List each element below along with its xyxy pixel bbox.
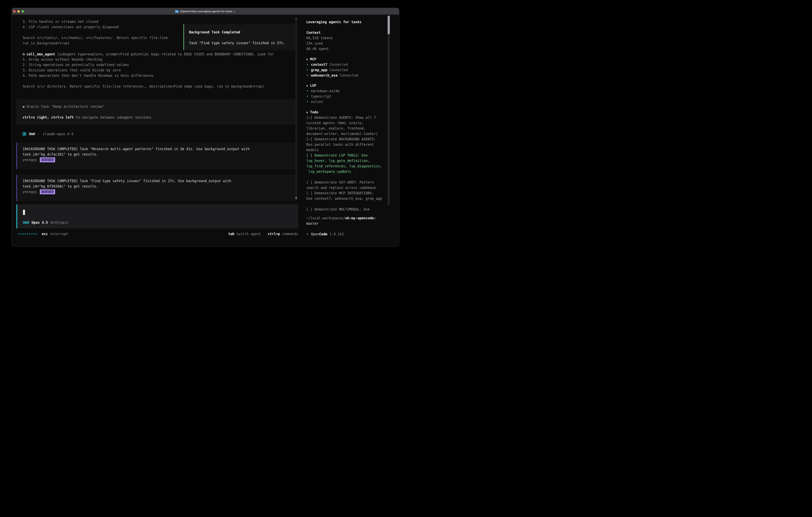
- sidebar-mcp-section: ▼MCP •context7Connected •grep_appConnect…: [306, 57, 358, 78]
- sidebar-context-section: Context 66,518 tokens 33% used $0.46 spe…: [306, 30, 333, 52]
- background-task-toast: Background Task Completed Task "Find typ…: [183, 24, 296, 50]
- bullet-icon: •: [306, 100, 308, 104]
- hint-shortcut-keys: ctrl+x right, ctrl+x left: [23, 115, 74, 119]
- todo-item-done-line: [✓] Demonstrate BACKGROUND AGENTS:: [306, 137, 382, 142]
- mcp-item-name: context7: [311, 62, 327, 66]
- log-line: Search src/ directory. Return specific f…: [23, 84, 274, 89]
- separator-dot: ·: [38, 132, 40, 136]
- tab-action-label: switch agent: [236, 232, 261, 236]
- app-name-open: Open: [311, 232, 319, 236]
- todo-item-active-line: lsp_hover, lsp_goto_definition,: [306, 158, 382, 164]
- context-used: 33% used: [306, 41, 333, 46]
- todo-item-pending-line: [ ] Demonstrate AST-GREP: Pattern: [306, 180, 382, 185]
- tab-key-label: tab: [228, 232, 234, 236]
- opencode-terminal-window: [OpenCode] Leveraging agents for tasks ◐…: [11, 8, 399, 246]
- ctrlp-action-label: commands: [282, 232, 298, 236]
- todo-item-pending-line: [ ] Demonstrate MULTIMODAL: Use: [306, 207, 382, 212]
- todo-item-done-line: curated agents (OmO, oracle,: [306, 120, 382, 126]
- todo-item-done-line: document-writer, multimodal-looker): [306, 131, 382, 137]
- omo-agent-icon: [23, 132, 26, 136]
- bullet-icon: •: [306, 62, 308, 66]
- bullet-icon: •: [306, 94, 308, 98]
- toast-body: Task "Find type safety issues" finished …: [189, 40, 296, 46]
- context-tokens: 66,518 tokens: [306, 35, 333, 41]
- chevron-down-icon: ▼: [306, 58, 308, 61]
- window-title: [OpenCode] Leveraging agents for tasks ◐: [175, 10, 235, 13]
- status-badge: QUEUED: [40, 189, 55, 194]
- task-user: yeongyu: [23, 158, 37, 162]
- main-scrollbar[interactable]: [295, 18, 297, 199]
- mcp-section-header[interactable]: ▼MCP: [306, 57, 358, 62]
- mcp-item: •context7Connected: [306, 62, 358, 67]
- background-task-message: [BACKGROUND TASK COMPLETED] Task "Find t…: [17, 174, 295, 201]
- interrupt-hint: esc interrupt: [42, 232, 68, 236]
- lsp-item-name: typescript: [311, 94, 331, 98]
- bullet-icon: •: [306, 232, 308, 236]
- todo-item-done-line: [✓] Demonstrate AGENTS: Show all 7: [306, 115, 382, 120]
- lsp-section-header[interactable]: ▼LSP: [306, 83, 340, 88]
- background-task-message: [BACKGROUND TASK COMPLETED] Task "Resear…: [17, 142, 295, 169]
- tool-call-args: [subagent_type=explore, prompt=Find pote…: [57, 52, 274, 56]
- app-version-row: •OpenCode1.0.163: [306, 232, 344, 237]
- tool-call-name: call_omo_agent: [26, 52, 55, 56]
- sidebar-session-title-section: Leveraging agents for tasks: [306, 19, 361, 25]
- lsp-item-name: markdown-oxide: [311, 89, 340, 93]
- tool-call-line: ⚙call_omo_agent[subagent_type=explore, p…: [23, 51, 274, 57]
- record-indicator-icon: ◐: [234, 10, 236, 13]
- zoom-button[interactable]: [22, 10, 24, 12]
- hint-text: to navigate between subagent sessions: [74, 115, 151, 119]
- log-line: 2. String operations on potentially unde…: [23, 62, 274, 67]
- context-header: Context: [306, 30, 333, 35]
- input-provider-name: Anthropic: [50, 220, 69, 224]
- lsp-item: •eslint: [306, 99, 340, 105]
- mcp-item: •websearch_exaConnected: [306, 73, 358, 78]
- log-line: 4. Path operations that don't handle Win…: [23, 73, 274, 78]
- main-scrollbar-thumb[interactable]: [295, 196, 297, 199]
- sidebar-scrollbar-thumb[interactable]: [387, 16, 390, 34]
- toast-title: Background Task Completed: [189, 30, 296, 35]
- traffic-lights: [13, 8, 24, 15]
- ctrlp-key-label: ctrl+p: [268, 232, 280, 236]
- shortcut-hints: tab switch agent ctrl+p commands: [228, 232, 298, 236]
- todo-item-done-line: Run parallel tasks with different: [306, 142, 382, 147]
- todo-item-pending-line: Use context7, websearch_exa, grep_app: [306, 196, 382, 201]
- lsp-item: •typescript: [306, 94, 340, 99]
- todo-item-active-line: lsp_workspace_symbols: [306, 169, 382, 174]
- status-bar: esc interrupt tab switch agent ctrl+p co…: [18, 231, 298, 237]
- task-meta-row: yeongyuQUEUED: [23, 189, 295, 194]
- folder-icon: [175, 10, 179, 12]
- mcp-item-status: Connected: [329, 68, 348, 72]
- prompt-input[interactable]: OmOOpus 4.5Anthropic: [17, 204, 298, 228]
- mcp-item-name: websearch_exa: [311, 73, 338, 77]
- window-title-text: [OpenCode] Leveraging agents for tasks: [180, 10, 232, 13]
- log-line: 3. File handles or streams not closed: [23, 19, 274, 24]
- task-message-line: [BACKGROUND TASK COMPLETED] Task "Resear…: [23, 146, 295, 152]
- context-spent: $0.46 spent: [306, 46, 333, 52]
- minimize-button[interactable]: [18, 10, 20, 12]
- chevron-down-icon: ▼: [306, 84, 308, 87]
- bullet-icon: •: [306, 68, 308, 72]
- text-cursor: [23, 210, 25, 215]
- session-title: Leveraging agents for tasks: [306, 19, 361, 25]
- mcp-item-status: Connected: [340, 73, 358, 77]
- oracle-task-label: Oracle Task "Deep architecture review": [27, 105, 104, 109]
- todo-item-done-line: librarian, explore, frontend,: [306, 126, 382, 131]
- agent-header-row: OmO · claude-opus-4-5: [23, 131, 74, 137]
- todo-section-header[interactable]: ▼Todo: [306, 110, 382, 115]
- model-info-row: OmOOpus 4.5Anthropic: [23, 220, 69, 225]
- todo-item-pending-line: [ ] Demonstrate MCP INTEGRATIONS:: [306, 191, 382, 196]
- close-button[interactable]: [13, 10, 16, 12]
- mcp-item: •grep_appConnected: [306, 67, 358, 73]
- lsp-item-name: eslint: [311, 100, 323, 104]
- todo-item-pending-line: search and replace across codebase: [306, 185, 382, 191]
- bullet-icon: •: [306, 89, 308, 93]
- app-name-code: Code: [319, 232, 327, 236]
- lsp-item: •markdown-oxide: [306, 88, 340, 94]
- activity-dots-icon: [18, 233, 37, 235]
- chevron-down-icon: ▼: [306, 111, 308, 114]
- log-line: 1. Array access without bounds checking: [23, 57, 274, 62]
- sidebar-scrollbar[interactable]: [387, 16, 390, 205]
- task-message-line: task_id="bg_dcfac161" to get results.: [23, 152, 295, 157]
- fisheye-icon: ◉: [23, 105, 25, 109]
- sidebar-lsp-section: ▼LSP •markdown-oxide •typescript •eslint: [306, 83, 340, 105]
